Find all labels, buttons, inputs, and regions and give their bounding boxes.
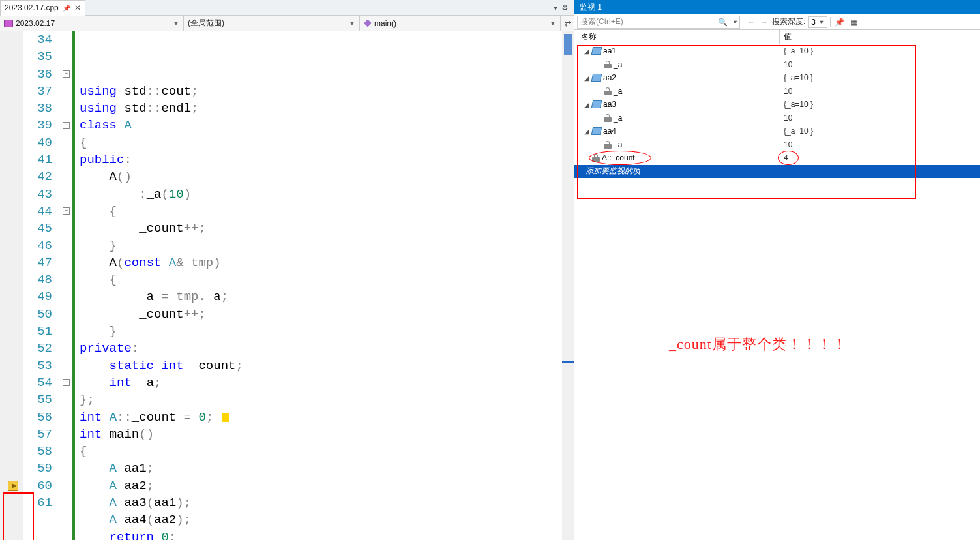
code-line[interactable]: class A — [72, 117, 562, 134]
execution-pointer-icon — [8, 481, 18, 491]
close-icon[interactable]: ✕ — [74, 3, 81, 12]
line-number-gutter: 3435363738394041424344454647484950515253… — [23, 31, 63, 540]
watch-panel-title: 监视 1 — [574, 0, 980, 14]
column-name[interactable]: 名称 — [574, 30, 780, 44]
search-placeholder: 搜索(Ctrl+E) — [580, 16, 623, 27]
code-line[interactable]: { — [72, 443, 562, 460]
code-line[interactable]: private: — [72, 340, 562, 357]
search-input[interactable]: 搜索(Ctrl+E) 🔍 ▼ — [577, 16, 740, 29]
watch-row[interactable]: ◢aa3{_a=10 } — [574, 98, 980, 112]
watch-row[interactable]: ◢aa4{_a=10 } — [574, 125, 980, 138]
lock-icon — [604, 141, 612, 149]
code-line[interactable]: A aa4(aa2); — [72, 511, 562, 528]
watch-row[interactable]: _a10 — [574, 85, 980, 98]
pin-icon[interactable]: 📌 — [833, 16, 845, 28]
tab-bar: 2023.02.17.cpp 📌 ✕ ▾ ⚙ — [0, 0, 574, 16]
dropdown-icon[interactable]: ▾ — [554, 3, 557, 12]
code-line[interactable]: using std::endl; — [72, 100, 562, 117]
lock-icon — [604, 114, 612, 122]
code-line[interactable]: :_a(10) — [72, 186, 562, 203]
lock-icon — [604, 87, 612, 95]
watch-var-name: aa2 — [603, 73, 616, 82]
watch-row[interactable]: _a10 — [574, 138, 980, 152]
watch-var-value: {_a=10 } — [780, 46, 980, 55]
watch-var-name: aa3 — [603, 100, 616, 109]
column-value[interactable]: 值 — [780, 30, 980, 44]
depth-selector[interactable]: 3 ▼ — [808, 16, 827, 28]
watch-row[interactable]: ◢aa2{_a=10 } — [574, 71, 980, 85]
watch-var-name: _a — [614, 113, 622, 123]
function-dropdown[interactable]: main() ▼ — [360, 16, 561, 31]
code-line[interactable]: static int _count; — [72, 357, 562, 374]
tree-icon[interactable]: ▦ — [848, 16, 859, 28]
code-line[interactable]: return 0; — [72, 529, 562, 540]
chevron-down-icon: ▼ — [550, 20, 556, 27]
code-line[interactable]: _count++; — [72, 220, 562, 237]
code-line[interactable]: _a = tmp._a; — [72, 288, 562, 305]
scope-dropdown[interactable]: (全局范围) ▼ — [184, 16, 360, 31]
watch-var-name: _a — [614, 60, 622, 69]
watch-var-name: aa1 — [603, 46, 616, 55]
expand-toggle-icon[interactable]: ◢ — [584, 101, 590, 108]
fold-toggle[interactable]: − — [63, 122, 70, 129]
chevron-down-icon: ▼ — [173, 20, 179, 27]
watch-row[interactable]: _a10 — [574, 58, 980, 72]
function-name: main() — [374, 19, 396, 28]
annotation-text: _count属于整个类！！！！ — [669, 335, 847, 354]
execution-marker-icon — [222, 413, 229, 422]
object-icon — [591, 100, 602, 108]
code-line[interactable]: { — [72, 134, 562, 151]
depth-value: 3 — [811, 18, 816, 27]
pin-icon[interactable]: 📌 — [63, 5, 70, 12]
file-tab[interactable]: 2023.02.17.cpp 📌 ✕ — [0, 0, 85, 16]
expand-toggle-icon[interactable]: ◢ — [584, 128, 590, 135]
depth-label: 搜索深度: — [772, 16, 805, 27]
tab-filename: 2023.02.17.cpp — [5, 3, 59, 12]
search-icon[interactable]: 🔍 — [718, 18, 728, 27]
code-line[interactable]: int main() — [72, 426, 562, 443]
project-name: 2023.02.17 — [16, 19, 55, 28]
add-watch-label: 添加要监视的项 — [586, 166, 640, 177]
watch-var-name: A::_count — [602, 153, 635, 162]
code-editor[interactable]: 3435363738394041424344454647484950515253… — [0, 31, 574, 540]
nav-forward-icon[interactable]: → — [759, 18, 769, 27]
add-watch-item[interactable]: 添加要监视的项 — [574, 165, 980, 178]
code-line[interactable]: } — [72, 237, 562, 254]
code-line[interactable]: int _a; — [72, 374, 562, 391]
fold-toggle[interactable]: − — [63, 379, 70, 386]
chevron-down-icon[interactable]: ▼ — [732, 19, 738, 25]
code-line[interactable]: A aa1; — [72, 460, 562, 477]
code-line[interactable]: _count++; — [72, 306, 562, 323]
code-line[interactable]: public: — [72, 151, 562, 168]
nav-back-icon[interactable]: ← — [746, 18, 756, 27]
fold-toggle[interactable]: − — [63, 207, 70, 215]
swap-icon[interactable]: ⇄ — [561, 16, 574, 31]
code-line[interactable]: A(const A& tmp) — [72, 254, 562, 271]
expand-toggle-icon[interactable]: ◢ — [584, 48, 590, 55]
scope-name: (全局范围) — [188, 18, 224, 29]
chevron-down-icon: ▼ — [818, 19, 824, 25]
fold-toggle[interactable]: − — [63, 70, 70, 78]
code-line[interactable]: }; — [72, 391, 562, 408]
code-line[interactable]: A aa2; — [72, 477, 562, 494]
code-line[interactable]: } — [72, 323, 562, 340]
gear-icon[interactable]: ⚙ — [561, 3, 569, 12]
code-line[interactable]: A() — [72, 168, 562, 185]
code-line[interactable]: { — [72, 203, 562, 220]
code-line[interactable]: A aa3(aa1); — [72, 494, 562, 511]
lock-icon — [604, 61, 612, 68]
watch-var-value: {_a=10 } — [780, 73, 980, 82]
watch-row[interactable]: ◢aa1{_a=10 } — [574, 44, 980, 58]
expand-toggle-icon[interactable]: ◢ — [584, 74, 590, 82]
nav-bar: 2023.02.17 ▼ (全局范围) ▼ main() ▼ ⇄ — [0, 16, 574, 31]
code-line[interactable]: int A::_count = 0; — [72, 409, 562, 426]
watch-var-value: 10 — [780, 113, 980, 123]
watch-var-name: _a — [614, 87, 622, 96]
project-dropdown[interactable]: 2023.02.17 ▼ — [0, 16, 184, 31]
watch-row[interactable]: _a10 — [574, 112, 980, 125]
code-line[interactable]: using std::cout; — [72, 83, 562, 100]
chevron-down-icon: ▼ — [349, 20, 355, 27]
scrollbar[interactable] — [562, 31, 574, 540]
watch-row[interactable]: A::_count4 — [574, 151, 980, 165]
code-line[interactable]: { — [72, 271, 562, 288]
